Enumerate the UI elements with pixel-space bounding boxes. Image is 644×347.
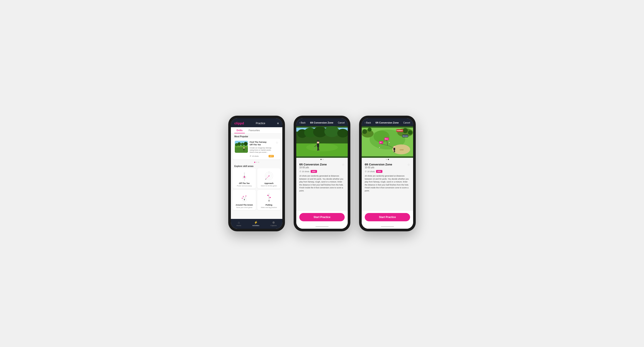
atg-icon	[239, 192, 250, 203]
phone-1: clippd Practice ≡ Drills Favourites Most…	[228, 116, 285, 231]
drill-range-3: 10-50 yds	[365, 166, 392, 169]
skills-grid: Off The Tee Power and accuracy	[231, 168, 282, 212]
most-popular-label: Most Popular	[231, 134, 282, 139]
putting-icon	[264, 192, 274, 203]
skill-card-approach[interactable]: Approach Dial-in to hit the green	[257, 168, 280, 189]
nav-capture[interactable]: ⊕ Capture	[270, 221, 277, 226]
phone-3-screen: ‹ Back 6ft Conversion Zone Cancel	[362, 118, 413, 229]
drill-info-row: ⏱ 20 shots ARG	[299, 170, 345, 173]
menu-icon[interactable]: ≡	[277, 122, 279, 125]
dot-2	[256, 162, 257, 163]
drill-card-title: Find The Fairway	[250, 141, 274, 143]
tab-drills[interactable]: Drills	[234, 127, 245, 133]
explore-label: Explore skill areas	[231, 164, 282, 168]
svg-point-79	[394, 151, 395, 152]
svg-point-80	[379, 147, 380, 148]
favourite-icon[interactable]: ☆	[276, 141, 278, 157]
svg-point-5	[241, 143, 244, 146]
svg-point-33	[268, 200, 270, 201]
back-button[interactable]: ‹ Back	[299, 122, 306, 124]
svg-rect-47	[318, 147, 318, 150]
shots-label: ⏱ 20 shots	[299, 170, 309, 173]
svg-point-64	[403, 128, 408, 133]
skill-card-atg[interactable]: Around The Green Hone your short game	[232, 190, 256, 210]
skill-name-approach: Approach	[259, 182, 279, 184]
cancel-button-3[interactable]: Cancel	[403, 122, 410, 124]
svg-rect-76	[394, 150, 394, 152]
dot-3-1	[386, 159, 387, 160]
drill-card-subtitle: Off The Tee	[250, 143, 274, 146]
skill-name-ott: Off The Tee	[234, 182, 254, 184]
back-button-3[interactable]: ‹ Back	[365, 122, 371, 124]
golf-scene-svg	[235, 141, 248, 153]
svg-point-54	[318, 150, 320, 150]
svg-point-34	[267, 195, 268, 196]
shots-count-3: 20 shots	[367, 170, 375, 173]
golf-map-svg: SAND FAIRWAY ROUGH	[362, 126, 413, 158]
skill-desc-approach: Dial-in to hit the green	[259, 185, 279, 187]
skill-desc-ott: Power and accuracy	[234, 185, 254, 187]
atg-icon-area	[234, 192, 254, 203]
drill-header-title: 6ft Conversion Zone	[310, 121, 333, 124]
svg-rect-75	[394, 148, 395, 150]
featured-drill-card[interactable]: Find The Fairway Off The Tee Create an i…	[232, 139, 280, 160]
image-dots	[296, 158, 348, 161]
drill-map: SAND FAIRWAY ROUGH	[362, 126, 413, 158]
clock-icon-small: ⏱	[299, 170, 301, 173]
drill-range: 10-50 yds	[299, 166, 327, 169]
nav-activities[interactable]: ⚡ Activities	[252, 221, 260, 226]
drill-footer-3: Start Practice	[362, 211, 413, 224]
approach-icon-area	[259, 170, 279, 181]
screens-container: clippd Practice ≡ Drills Favourites Most…	[228, 116, 416, 231]
tab-favourites[interactable]: Favourites	[246, 127, 262, 133]
ott-icon-area	[234, 170, 254, 181]
drill-footer: Start Practice	[296, 211, 348, 224]
svg-point-12	[244, 173, 245, 174]
drill-name-group-3: 6ft Conversion Zone 10-50 yds	[365, 163, 392, 169]
drill-title-row-3: 6ft Conversion Zone 10-50 yds ☆	[365, 163, 410, 169]
back-label: Back	[301, 122, 306, 124]
skill-card-putting[interactable]: Putting Make and lag practice	[257, 190, 280, 210]
capture-icon: ⊕	[272, 221, 275, 224]
approach-icon	[264, 170, 274, 181]
favourite-star[interactable]: ☆	[342, 163, 345, 166]
back-label-3: Back	[366, 122, 371, 124]
svg-point-62	[362, 129, 367, 134]
svg-rect-52	[317, 140, 319, 141]
golf-scene-graphic	[235, 141, 248, 153]
svg-point-81	[389, 142, 390, 143]
drill-description: 20 shots are randomly generated at dista…	[299, 175, 345, 192]
start-practice-button-3[interactable]: Start Practice	[365, 213, 410, 221]
svg-text:ROUGH: ROUGH	[403, 135, 408, 137]
ott-icon	[239, 170, 250, 181]
drills-content: Most Popular	[231, 134, 282, 219]
favourite-star-3[interactable]: ☆	[407, 163, 410, 166]
phone-2: ‹ Back 6ft Conversion Zone Cancel	[294, 116, 350, 231]
svg-point-30	[242, 198, 243, 199]
skill-desc-putting: Make and lag practice	[259, 206, 279, 208]
nav-home[interactable]: ⌂ Home	[236, 221, 241, 226]
app-logo: clippd	[234, 121, 244, 125]
drill-description-3: 20 shots are randomly generated at dista…	[365, 175, 410, 192]
cancel-button[interactable]: Cancel	[338, 122, 345, 124]
nav-capture-label: Capture	[270, 225, 277, 226]
svg-point-35	[270, 197, 270, 198]
phone-3: ‹ Back 6ft Conversion Zone Cancel	[359, 116, 416, 231]
phone-1-screen: clippd Practice ≡ Drills Favourites Most…	[231, 118, 282, 229]
drill-detail-content: 6ft Conversion Zone 10-50 yds ☆ ⏱ 20 sho…	[296, 126, 348, 211]
drill-name-group: 6ft Conversion Zone 10-50 yds	[299, 163, 327, 169]
phone-3-header: ‹ Back 6ft Conversion Zone Cancel	[362, 118, 413, 126]
bottom-nav: ⌂ Home ⚡ Activities ⊕ Capture	[231, 219, 282, 229]
drill-info-row-3: ⏱ 20 shots ARG	[365, 170, 410, 173]
svg-rect-48	[318, 147, 319, 150]
tabs-bar: Drills Favourites	[231, 127, 282, 134]
dot-1	[320, 159, 322, 160]
dot-2	[322, 159, 324, 160]
home-bar-3	[381, 226, 394, 227]
drill-photo	[296, 126, 348, 158]
skill-card-ott[interactable]: Off The Tee Power and accuracy	[232, 168, 256, 189]
start-practice-button[interactable]: Start Practice	[299, 213, 345, 221]
dot-3	[258, 162, 259, 163]
drill-card-body: Find The Fairway Off The Tee Create an i…	[250, 141, 274, 157]
svg-point-63	[368, 128, 372, 132]
